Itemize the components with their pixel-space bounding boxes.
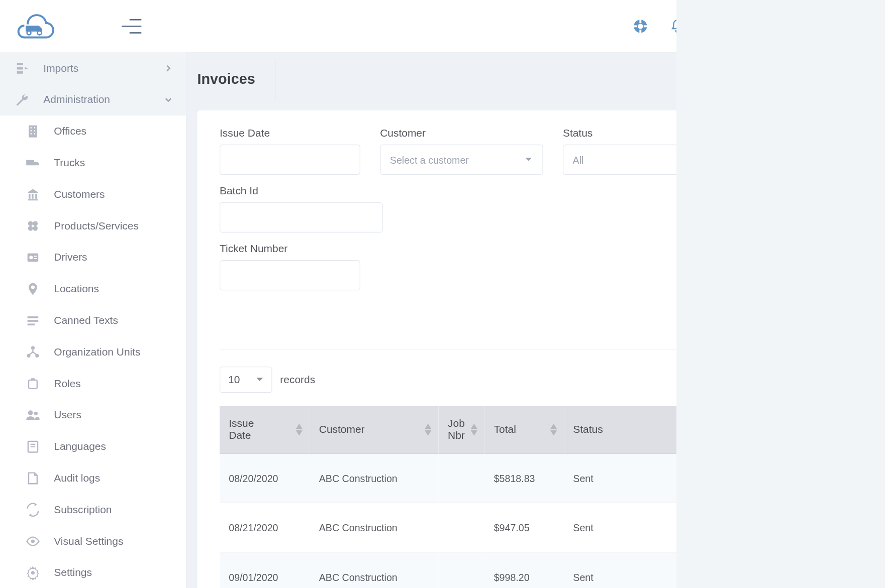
cell-customer: ABC Construction — [310, 552, 438, 588]
cell-job — [439, 552, 485, 588]
sidebar-item-roles[interactable]: Roles — [0, 368, 186, 400]
page-title: Invoices — [197, 59, 275, 100]
page-size-select[interactable]: 10 — [220, 367, 272, 393]
cell-customer: ABC Construction — [310, 453, 438, 503]
status-select[interactable]: All — [563, 145, 676, 175]
cell-status: Sent — [564, 453, 676, 503]
svg-rect-31 — [28, 320, 39, 322]
svg-point-27 — [29, 256, 33, 259]
sidebar-label: Organization Units — [54, 346, 140, 358]
col-status[interactable]: Status — [564, 406, 676, 454]
menu-icon — [25, 155, 41, 171]
sidebar-label: Canned Texts — [54, 315, 118, 327]
sidebar-item-customers[interactable]: Customers — [0, 179, 186, 210]
chevron-down-icon — [524, 155, 533, 164]
menu-icon — [25, 407, 41, 423]
chevron-down-icon — [256, 376, 264, 384]
svg-point-44 — [31, 571, 35, 574]
menu-icon — [25, 124, 41, 139]
svg-rect-19 — [26, 160, 34, 165]
svg-point-20 — [28, 165, 31, 168]
col-customer[interactable]: Customer — [310, 406, 438, 454]
svg-point-2 — [38, 31, 42, 35]
menu-icon — [25, 439, 41, 454]
batch-id-input[interactable] — [220, 202, 382, 232]
svg-rect-8 — [643, 25, 647, 27]
sidebar-label: Roles — [54, 378, 81, 390]
sidebar-label: Languages — [54, 441, 106, 453]
help-icon[interactable] — [632, 18, 648, 34]
sidebar-item-administration[interactable]: Administration — [0, 84, 186, 115]
svg-point-23 — [33, 221, 38, 226]
sidebar-item-drivers[interactable]: Drivers — [0, 242, 186, 273]
menu-icon — [25, 376, 41, 391]
sidebar-label: Audit logs — [54, 473, 100, 485]
sidebar-label: Customers — [54, 188, 105, 200]
svg-rect-17 — [31, 133, 32, 134]
menu-icon — [25, 187, 41, 202]
svg-rect-16 — [34, 130, 35, 131]
app-logo[interactable] — [17, 12, 56, 40]
sidebar-item-audit-logs[interactable]: Audit logs — [0, 462, 186, 494]
sidebar-item-users[interactable]: Users — [0, 399, 186, 431]
sidebar-item-products-services[interactable]: Products/Services — [0, 210, 186, 242]
svg-rect-29 — [34, 258, 37, 259]
filter-ticket-number: Ticket Number — [220, 243, 676, 290]
sidebar-label: Users — [54, 409, 81, 421]
sort-icon — [470, 424, 478, 436]
sidebar-label: Visual Settings — [54, 535, 123, 547]
col-label: Customer — [319, 424, 365, 435]
cell-status: Sent — [564, 552, 676, 588]
svg-rect-37 — [31, 378, 35, 381]
sidebar-item-visual-settings[interactable]: Visual Settings — [0, 526, 186, 557]
svg-rect-26 — [28, 253, 39, 262]
svg-rect-32 — [28, 323, 35, 325]
sidebar-item-settings[interactable]: Settings — [0, 557, 186, 588]
menu-icon — [25, 218, 41, 233]
ticket-number-input[interactable] — [220, 260, 360, 290]
table-row: 09/01/2020ABC Construction$998.20Sent••• — [220, 552, 676, 588]
content-area: Invoices Create QuickBooks Export File Q… — [187, 53, 676, 588]
sort-icon — [549, 424, 557, 436]
svg-point-22 — [28, 221, 33, 226]
sidebar: Imports Administration OfficesTrucksCust… — [0, 53, 187, 588]
svg-point-33 — [31, 346, 35, 349]
filter-label: Batch Id — [220, 185, 382, 197]
sidebar-item-offices[interactable]: Offices — [0, 115, 186, 147]
col-issue-date[interactable]: Issue Date — [220, 406, 310, 454]
col-label: Total — [494, 424, 516, 435]
import-icon — [15, 60, 30, 76]
cell-total: $998.20 — [484, 552, 564, 588]
sidebar-item-canned-texts[interactable]: Canned Texts — [0, 305, 186, 336]
menu-toggle-icon[interactable] — [122, 19, 141, 33]
select-value: All — [573, 154, 584, 165]
svg-rect-28 — [34, 256, 37, 257]
svg-rect-36 — [29, 380, 37, 389]
menu-icon — [25, 565, 41, 580]
menu-icon — [25, 471, 41, 486]
menu-icon — [25, 344, 41, 360]
table-row: 08/21/2020ABC Construction$947.05Sent••• — [220, 503, 676, 552]
col-job-nbr[interactable]: Job Nbr — [439, 406, 485, 454]
svg-point-21 — [35, 165, 38, 168]
filter-label: Issue Date — [220, 128, 360, 140]
col-total[interactable]: Total — [484, 406, 564, 454]
sort-icon — [296, 424, 304, 436]
sidebar-item-languages[interactable]: Languages — [0, 431, 186, 462]
sidebar-label: Products/Services — [54, 220, 139, 232]
svg-point-43 — [31, 539, 35, 543]
sidebar-item-trucks[interactable]: Trucks — [0, 147, 186, 179]
notifications-icon[interactable] — [669, 18, 676, 34]
filter-label: Status — [563, 128, 676, 140]
sidebar-item-subscription[interactable]: Subscription — [0, 494, 186, 526]
filter-batch-id: Batch Id — [220, 185, 403, 232]
sidebar-item-organization-units[interactable]: Organization Units — [0, 336, 186, 368]
sidebar-label: Trucks — [54, 157, 85, 169]
svg-rect-14 — [34, 127, 35, 128]
issue-date-input[interactable] — [220, 145, 360, 175]
customer-select[interactable]: Select a customer — [380, 145, 543, 175]
menu-icon — [25, 502, 41, 518]
menu-icon — [25, 533, 41, 549]
sidebar-item-imports[interactable]: Imports — [0, 53, 186, 84]
sidebar-item-locations[interactable]: Locations — [0, 273, 186, 305]
